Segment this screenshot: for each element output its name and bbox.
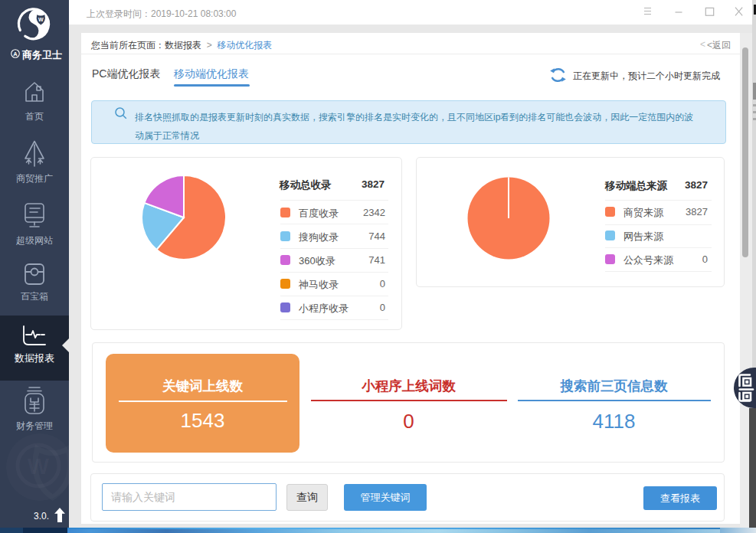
svg-text:W: W — [38, 17, 44, 22]
svg-text:A: A — [13, 51, 18, 57]
svg-text:W: W — [28, 453, 50, 479]
